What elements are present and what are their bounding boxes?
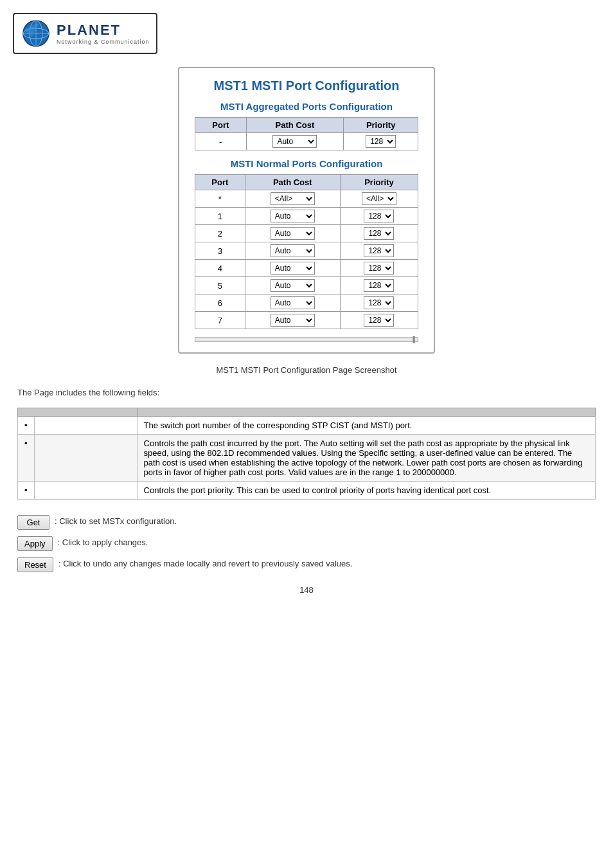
priority-cell[interactable]: 1280163248648096112144160176192208224240 bbox=[340, 294, 418, 312]
main-title: MST1 MSTI Port Configuration bbox=[195, 78, 418, 93]
reset-button-row: Reset : Click to undo any changes made l… bbox=[17, 557, 596, 572]
reset-button-desc: : Click to undo any changes made locally… bbox=[58, 557, 352, 568]
get-button[interactable]: Get bbox=[17, 515, 49, 530]
fields-col2-header bbox=[137, 408, 595, 417]
bullet-cell: • bbox=[18, 435, 35, 482]
agg-col-priority: Priority bbox=[344, 118, 418, 133]
table-row: 5 AutoSpecific 1280163248648096112144160… bbox=[195, 277, 418, 294]
priority-select[interactable]: 1280163248648096112144160176192208224240 bbox=[364, 244, 394, 257]
field-name-cell bbox=[34, 482, 137, 500]
pathcost-select[interactable]: AutoSpecific bbox=[271, 314, 315, 327]
field-name-cell bbox=[34, 417, 137, 435]
priority-cell[interactable]: 1280163248648096112144160176192208224240 bbox=[340, 242, 418, 260]
field-description-cell: Controls the port priority. This can be … bbox=[137, 482, 595, 500]
aggregated-ports-table: Port Path Cost Priority - Auto Specific … bbox=[195, 117, 418, 150]
pathcost-cell[interactable]: AutoSpecific bbox=[245, 242, 340, 260]
pathcost-select[interactable]: AutoSpecific bbox=[271, 279, 315, 292]
field-description-cell: The switch port number of the correspond… bbox=[137, 417, 595, 435]
priority-cell[interactable]: 1280163248648096112144160176192208224240 bbox=[340, 208, 418, 225]
pathcost-select[interactable]: <All>AutoSpecific bbox=[271, 192, 315, 205]
port-cell: 4 bbox=[195, 260, 245, 277]
description-text: The Page includes the following fields: bbox=[17, 388, 596, 397]
logo-area: PLANET Networking & Communication bbox=[13, 13, 600, 54]
table-row: 1 AutoSpecific 1280163248648096112144160… bbox=[195, 208, 418, 225]
priority-cell[interactable]: 1280163248648096112144160176192208224240 bbox=[340, 260, 418, 277]
priority-cell[interactable]: 1280163248648096112144160176192208224240 bbox=[340, 277, 418, 294]
pathcost-cell[interactable]: AutoSpecific bbox=[245, 294, 340, 312]
priority-select[interactable]: 1280163248648096112144160176192208224240 bbox=[364, 279, 394, 292]
port-cell: 6 bbox=[195, 294, 245, 312]
agg-col-pathcost: Path Cost bbox=[246, 118, 344, 133]
apply-button[interactable]: Apply bbox=[17, 536, 53, 551]
norm-col-priority: Priority bbox=[340, 175, 418, 190]
table-row: - Auto Specific 128 01632486480961121281… bbox=[195, 133, 418, 150]
field-description-cell: Controls the path cost incurred by the p… bbox=[137, 435, 595, 482]
pathcost-select[interactable]: AutoSpecific bbox=[271, 262, 315, 275]
pathcost-cell[interactable]: AutoSpecific bbox=[245, 260, 340, 277]
port-cell: 1 bbox=[195, 208, 245, 225]
pathcost-cell[interactable]: AutoSpecific bbox=[245, 312, 340, 329]
config-box: MST1 MSTI Port Configuration MSTI Aggreg… bbox=[178, 67, 435, 354]
pathcost-select[interactable]: AutoSpecific bbox=[271, 244, 315, 257]
agg-col-port: Port bbox=[195, 118, 247, 133]
pathcost-cell[interactable]: AutoSpecific bbox=[245, 225, 340, 242]
page-number: 148 bbox=[17, 585, 596, 595]
logo-text: PLANET Networking & Communication bbox=[57, 22, 150, 45]
list-item: • Controls the path cost incurred by the… bbox=[18, 435, 596, 482]
port-cell: 3 bbox=[195, 242, 245, 260]
section2-title: MSTI Normal Ports Configuration bbox=[195, 158, 418, 169]
priority-cell[interactable]: 128 016324864809611212814416017619220822… bbox=[344, 133, 418, 150]
priority-select[interactable]: <All>0163248648096112128 bbox=[362, 192, 396, 205]
priority-select[interactable]: 1280163248648096112144160176192208224240 bbox=[364, 314, 394, 327]
fields-table: • The switch port number of the correspo… bbox=[17, 408, 596, 500]
port-cell: * bbox=[195, 190, 245, 208]
priority-cell[interactable]: <All>0163248648096112128 bbox=[340, 190, 418, 208]
port-cell: - bbox=[195, 133, 247, 150]
priority-select[interactable]: 1280163248648096112144160176192208224240 bbox=[364, 296, 394, 309]
list-item: • The switch port number of the correspo… bbox=[18, 417, 596, 435]
table-row: 6 AutoSpecific 1280163248648096112144160… bbox=[195, 294, 418, 312]
logo-box: PLANET Networking & Communication bbox=[13, 13, 157, 54]
priority-select[interactable]: 1280163248648096112144160176192208224240 bbox=[364, 262, 394, 275]
fields-col1-header bbox=[18, 408, 138, 417]
company-subtitle: Networking & Communication bbox=[57, 39, 150, 45]
screenshot-caption: MST1 MSTI Port Configuration Page Screen… bbox=[216, 365, 396, 375]
norm-col-port: Port bbox=[195, 175, 245, 190]
company-name: PLANET bbox=[57, 22, 150, 39]
port-cell: 2 bbox=[195, 225, 245, 242]
table-row: 3 AutoSpecific 1280163248648096112144160… bbox=[195, 242, 418, 260]
field-name-cell bbox=[34, 435, 137, 482]
pathcost-select[interactable]: AutoSpecific bbox=[271, 296, 315, 309]
priority-select[interactable]: 1280163248648096112144160176192208224240 bbox=[364, 227, 394, 240]
pathcost-cell[interactable]: Auto Specific bbox=[246, 133, 344, 150]
norm-col-pathcost: Path Cost bbox=[245, 175, 340, 190]
get-button-row: Get : Click to set MSTx configuration. bbox=[17, 515, 596, 530]
pathcost-cell[interactable]: AutoSpecific bbox=[245, 277, 340, 294]
normal-ports-table: Port Path Cost Priority * <All>AutoSpeci… bbox=[195, 174, 418, 329]
scrollbar-area[interactable]: ▐ bbox=[195, 337, 418, 342]
port-cell: 5 bbox=[195, 277, 245, 294]
scroll-indicator: ▐ bbox=[411, 336, 415, 343]
list-item: • Controls the port priority. This can b… bbox=[18, 482, 596, 500]
get-button-desc: : Click to set MSTx configuration. bbox=[55, 515, 177, 526]
port-cell: 7 bbox=[195, 312, 245, 329]
section1-title: MSTI Aggregated Ports Configuration bbox=[195, 101, 418, 112]
main-content: MST1 MSTI Port Configuration MSTI Aggreg… bbox=[13, 67, 600, 595]
priority-cell[interactable]: 1280163248648096112144160176192208224240 bbox=[340, 225, 418, 242]
pathcost-select[interactable]: AutoSpecific bbox=[271, 227, 315, 240]
buttons-area: Get : Click to set MSTx configuration. A… bbox=[17, 515, 596, 572]
table-row: 4 AutoSpecific 1280163248648096112144160… bbox=[195, 260, 418, 277]
priority-select[interactable]: 1280163248648096112144160176192208224240 bbox=[364, 210, 394, 222]
pathcost-select[interactable]: Auto Specific bbox=[272, 135, 317, 148]
planet-logo-icon bbox=[21, 18, 51, 49]
priority-select[interactable]: 128 016324864809611212814416017619220822… bbox=[366, 135, 396, 148]
pathcost-select[interactable]: AutoSpecific bbox=[271, 210, 315, 222]
table-row: 7 AutoSpecific 1280163248648096112144160… bbox=[195, 312, 418, 329]
pathcost-cell[interactable]: <All>AutoSpecific bbox=[245, 190, 340, 208]
pathcost-cell[interactable]: AutoSpecific bbox=[245, 208, 340, 225]
table-row: * <All>AutoSpecific <All>016324864809611… bbox=[195, 190, 418, 208]
apply-button-desc: : Click to apply changes. bbox=[58, 536, 148, 547]
priority-cell[interactable]: 1280163248648096112144160176192208224240 bbox=[340, 312, 418, 329]
apply-button-row: Apply : Click to apply changes. bbox=[17, 536, 596, 551]
reset-button[interactable]: Reset bbox=[17, 557, 53, 572]
